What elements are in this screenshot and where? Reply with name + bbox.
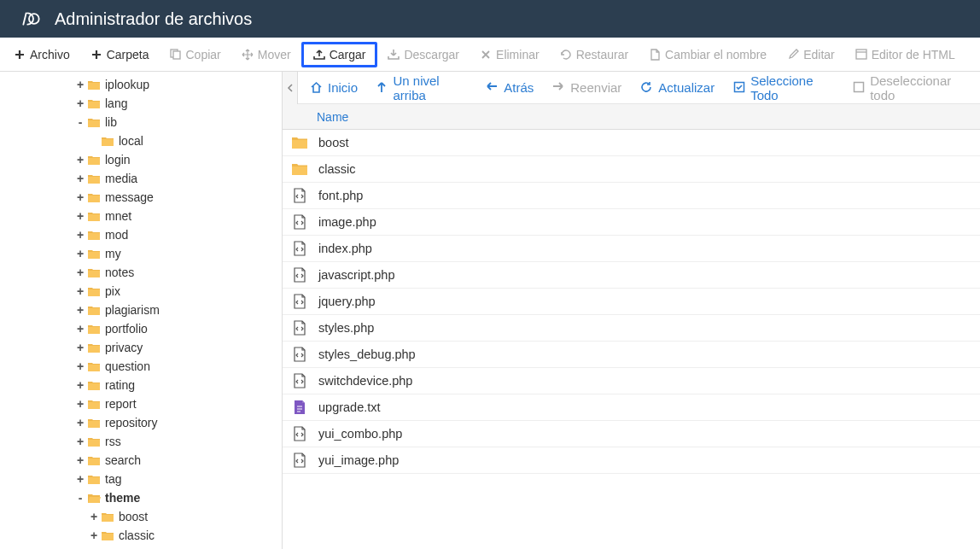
tree-node-privacy[interactable]: +privacy xyxy=(0,338,282,357)
tree-node-search[interactable]: +search xyxy=(0,451,282,470)
tree-node-classic[interactable]: +classic xyxy=(0,526,282,545)
tree-label: report xyxy=(105,397,137,411)
tree-node-report[interactable]: +report xyxy=(0,394,282,413)
tree-toggle[interactable]: + xyxy=(75,284,85,298)
tree-node-portfolio[interactable]: +portfolio xyxy=(0,319,282,338)
nav-up[interactable]: Un nivel arriba xyxy=(376,73,467,102)
tree-node-media[interactable]: +media xyxy=(0,169,282,188)
tree-toggle[interactable]: + xyxy=(75,228,85,242)
file-row[interactable]: classic xyxy=(283,156,980,183)
tree-node-lib[interactable]: -lib xyxy=(0,113,282,131)
file-row[interactable]: styles.php xyxy=(283,315,980,342)
tree-toggle[interactable]: + xyxy=(75,190,85,204)
tree-toggle[interactable]: + xyxy=(75,416,85,429)
tree-toggle[interactable]: + xyxy=(75,247,85,260)
svg-rect-5 xyxy=(855,83,864,92)
tree-node-mod[interactable]: +mod xyxy=(0,225,282,244)
tree-toggle[interactable]: + xyxy=(75,209,85,223)
file-row[interactable]: switchdevice.php xyxy=(283,368,980,394)
folder-icon xyxy=(87,98,101,109)
file-row[interactable]: index.php xyxy=(283,236,980,262)
file-row[interactable]: image.php xyxy=(283,209,980,236)
up-icon xyxy=(376,81,388,94)
tree-node-theme[interactable]: -theme xyxy=(0,488,282,507)
tree-node-rss[interactable]: +rss xyxy=(0,432,282,451)
tree-node-user[interactable]: +user xyxy=(0,545,282,549)
tree-toggle[interactable]: + xyxy=(75,172,85,185)
toolbar-label: Carpeta xyxy=(107,48,149,61)
tree-node-tag[interactable]: +tag xyxy=(0,470,282,488)
php-icon xyxy=(289,426,310,441)
file-row[interactable]: upgrade.txt xyxy=(283,394,980,421)
tree-toggle[interactable]: + xyxy=(75,96,85,110)
tree-toggle[interactable]: + xyxy=(75,453,85,467)
reload-icon xyxy=(640,81,653,94)
tree-toggle[interactable]: + xyxy=(75,341,85,354)
toolbar-label: Eliminar xyxy=(496,48,540,61)
tree-toggle[interactable]: + xyxy=(75,435,85,448)
collapse-sidebar-tab[interactable] xyxy=(283,72,298,104)
tree-toggle[interactable]: + xyxy=(89,529,99,542)
tree-toggle[interactable]: + xyxy=(75,472,85,486)
file-row[interactable]: yui_image.php xyxy=(283,447,980,474)
tree-node-plagiarism[interactable]: +plagiarism xyxy=(0,301,282,319)
folder-icon xyxy=(87,79,101,91)
tree-toggle[interactable]: + xyxy=(75,153,85,166)
tree-toggle[interactable]: + xyxy=(75,266,85,279)
upload-button[interactable]: Cargar xyxy=(301,42,378,67)
tree-node-rating[interactable]: +rating xyxy=(0,376,282,394)
tree-node-notes[interactable]: +notes xyxy=(0,263,282,282)
file-list-header[interactable]: Name xyxy=(283,104,980,130)
selectall-icon xyxy=(733,81,745,94)
folder-icon xyxy=(87,155,101,166)
file-row[interactable]: boost xyxy=(283,130,980,156)
file-row[interactable]: javascript.php xyxy=(283,262,980,289)
download-icon xyxy=(388,49,400,61)
move-icon xyxy=(242,49,254,61)
folder-tree-sidebar[interactable]: +iplookup+lang-liblocal+login+media+mess… xyxy=(0,72,282,549)
tree-node-question[interactable]: +question xyxy=(0,357,282,376)
tree-toggle[interactable]: + xyxy=(75,359,85,373)
edit-button: Editar xyxy=(777,43,845,67)
tree-toggle[interactable]: + xyxy=(75,303,85,317)
tree-toggle[interactable]: + xyxy=(75,378,85,392)
folder-icon xyxy=(87,418,101,429)
tree-node-message[interactable]: +message xyxy=(0,188,282,207)
tree-label: local xyxy=(119,134,143,148)
tree-node-repository[interactable]: +repository xyxy=(0,413,282,432)
tree-toggle[interactable]: + xyxy=(75,397,85,411)
nav-home[interactable]: Inicio xyxy=(310,80,358,95)
tree-toggle[interactable]: + xyxy=(89,510,99,523)
nav-back[interactable]: Atrás xyxy=(486,80,534,95)
tree-toggle[interactable]: - xyxy=(75,115,85,129)
folder-icon xyxy=(101,530,114,541)
file-row[interactable]: styles_debug.php xyxy=(283,342,980,368)
tree-node-local[interactable]: local xyxy=(0,131,282,150)
tree-node-mnet[interactable]: +mnet xyxy=(0,207,282,225)
file-button[interactable]: Archivo xyxy=(3,43,80,67)
folder-icon xyxy=(87,324,101,335)
file-name: classic xyxy=(318,162,356,176)
file-name: jquery.php xyxy=(318,295,376,308)
tree-node-boost[interactable]: +boost xyxy=(0,507,282,526)
folder-button[interactable]: Carpeta xyxy=(80,43,160,67)
nav-reload[interactable]: Actualizar xyxy=(640,80,715,95)
file-name: styles.php xyxy=(318,321,374,335)
nav-selectall[interactable]: Seleccione Todo xyxy=(733,73,834,102)
column-header-name[interactable]: Name xyxy=(317,110,348,124)
file-row[interactable]: jquery.php xyxy=(283,289,980,315)
php-icon xyxy=(289,214,310,230)
tree-node-my[interactable]: +my xyxy=(0,244,282,263)
tree-node-pix[interactable]: +pix xyxy=(0,282,282,301)
file-name: javascript.php xyxy=(318,268,394,282)
tree-toggle[interactable]: + xyxy=(75,78,85,91)
tree-node-login[interactable]: +login xyxy=(0,150,282,169)
file-row[interactable]: yui_combo.php xyxy=(283,421,980,447)
file-row[interactable]: font.php xyxy=(283,183,980,209)
cpanel-logo-icon xyxy=(15,9,43,29)
tree-toggle[interactable]: + xyxy=(75,322,85,336)
folder-icon xyxy=(87,436,101,447)
tree-toggle[interactable]: - xyxy=(75,491,85,505)
tree-node-iplookup[interactable]: +iplookup xyxy=(0,75,282,94)
tree-node-lang[interactable]: +lang xyxy=(0,94,282,113)
